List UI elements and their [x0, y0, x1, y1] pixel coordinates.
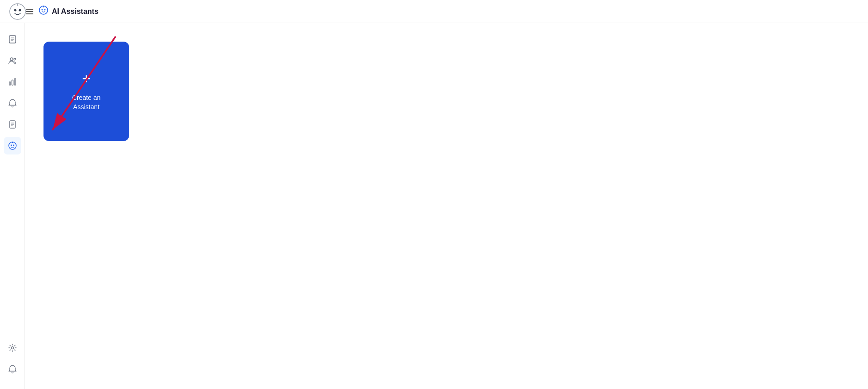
- content-area: + Create an Assistant: [25, 23, 868, 389]
- svg-point-0: [10, 4, 25, 19]
- sidebar-item-documents[interactable]: [4, 116, 21, 133]
- svg-point-6: [42, 9, 43, 11]
- svg-point-9: [43, 6, 44, 7]
- svg-point-25: [13, 145, 14, 146]
- sidebar-bottom: [4, 339, 21, 382]
- sidebar: [0, 23, 25, 389]
- header-ai-icon: [39, 6, 48, 17]
- svg-point-4: [17, 4, 19, 6]
- sidebar-nav: [4, 31, 21, 339]
- svg-rect-17: [12, 80, 13, 85]
- svg-point-7: [44, 9, 46, 11]
- sidebar-item-analytics[interactable]: [4, 73, 21, 91]
- sidebar-item-notifications-bottom[interactable]: [4, 360, 21, 378]
- create-assistant-plus-icon: +: [82, 71, 91, 86]
- create-assistant-label: Create an Assistant: [72, 93, 100, 111]
- sidebar-item-contacts[interactable]: [4, 31, 21, 48]
- svg-point-15: [14, 58, 16, 60]
- main-layout: + Create an Assistant: [0, 23, 868, 389]
- svg-point-2: [19, 9, 21, 11]
- app-header: AI Assistants: [0, 0, 868, 23]
- svg-point-1: [14, 9, 17, 11]
- create-assistant-card[interactable]: + Create an Assistant: [43, 42, 129, 141]
- sidebar-item-users[interactable]: [4, 52, 21, 69]
- svg-point-14: [10, 58, 13, 61]
- page-title: AI Assistants: [52, 7, 99, 16]
- svg-point-27: [12, 142, 13, 143]
- svg-point-24: [11, 145, 12, 146]
- sidebar-item-assistants[interactable]: [4, 137, 21, 154]
- sidebar-item-settings[interactable]: [4, 339, 21, 357]
- header-title-area: AI Assistants: [39, 6, 99, 17]
- sidebar-item-alerts[interactable]: [4, 94, 21, 112]
- svg-rect-16: [9, 82, 11, 85]
- svg-rect-18: [14, 79, 16, 85]
- svg-point-28: [11, 347, 13, 349]
- hamburger-menu-button[interactable]: [26, 9, 33, 14]
- app-logo: [9, 3, 26, 20]
